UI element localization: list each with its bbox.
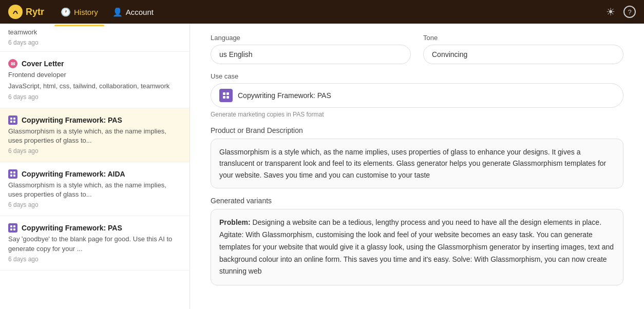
item-text: Say 'goodbye' to the blank page for good… bbox=[8, 235, 181, 253]
use-case-icon bbox=[219, 89, 233, 102]
sidebar: teamwork 6 days ago ✉ Cover Letter Front… bbox=[0, 24, 190, 309]
item-date: 6 days ago bbox=[8, 256, 181, 263]
header-actions: ☀ ? bbox=[606, 6, 636, 18]
framework-icon bbox=[8, 223, 17, 233]
svg-rect-10 bbox=[10, 228, 12, 230]
item-text: Glassmorphism is a style which, as the n… bbox=[8, 127, 181, 145]
item-title: Copywriting Framework: AIDA bbox=[8, 169, 181, 179]
svg-rect-14 bbox=[223, 96, 225, 99]
main-nav: 🕐 History 👤 Account bbox=[54, 4, 160, 20]
list-item[interactable]: teamwork 6 days ago bbox=[0, 24, 190, 52]
language-select[interactable]: us English bbox=[211, 45, 411, 64]
logo-icon bbox=[8, 5, 23, 19]
sun-icon[interactable]: ☀ bbox=[606, 6, 615, 18]
use-case-name: Copywriting Framework: PAS bbox=[238, 91, 331, 100]
cover-letter-icon: ✉ bbox=[8, 59, 17, 68]
list-item[interactable]: Copywriting Framework: PAS Say 'goodbye'… bbox=[0, 216, 190, 270]
language-tone-row: Language us English Tone Convincing bbox=[211, 34, 623, 64]
item-date: 6 days ago bbox=[8, 93, 181, 101]
svg-rect-3 bbox=[13, 121, 15, 123]
variants-section: Generated variants Problem: Designing a … bbox=[211, 197, 623, 285]
language-group: Language us English bbox=[211, 34, 411, 64]
list-item[interactable]: Copywriting Framework: AIDA Glassmorphis… bbox=[0, 162, 190, 216]
svg-rect-4 bbox=[10, 171, 12, 173]
use-case-group: Use case Copywriting Framework: PAS Gene… bbox=[211, 72, 623, 118]
svg-rect-9 bbox=[13, 225, 15, 227]
main-layout: teamwork 6 days ago ✉ Cover Letter Front… bbox=[0, 24, 644, 309]
history-icon: 🕐 bbox=[61, 7, 71, 17]
variants-bold: Problem: bbox=[219, 218, 253, 226]
language-label: Language bbox=[211, 34, 411, 42]
tone-label: Tone bbox=[423, 34, 623, 42]
item-text: Glassmorphism is a style which, as the n… bbox=[8, 181, 181, 199]
svg-rect-11 bbox=[13, 228, 15, 230]
tone-group: Tone Convincing bbox=[423, 34, 623, 64]
nav-account[interactable]: 👤 Account bbox=[106, 4, 160, 20]
product-section: Product or Brand Description Glassmorphi… bbox=[211, 126, 623, 188]
logo[interactable]: Rytr bbox=[8, 5, 44, 19]
nav-history-label: History bbox=[74, 8, 98, 16]
variants-label: Generated variants bbox=[211, 197, 623, 205]
nav-history[interactable]: 🕐 History bbox=[54, 4, 104, 20]
help-icon[interactable]: ? bbox=[623, 6, 636, 18]
use-case-selector[interactable]: Copywriting Framework: PAS bbox=[211, 83, 623, 108]
partial-text: teamwork bbox=[8, 28, 181, 37]
variants-body: Designing a website can be a tedious, le… bbox=[219, 218, 614, 275]
logo-text: Rytr bbox=[26, 7, 44, 17]
svg-rect-13 bbox=[226, 92, 229, 95]
item-date: 6 days ago bbox=[8, 147, 181, 154]
app-header: Rytr 🕐 History 👤 Account ☀ ? bbox=[0, 0, 644, 24]
variants-output: Problem: Designing a website can be a te… bbox=[211, 209, 623, 285]
framework-icon bbox=[8, 115, 17, 125]
list-item[interactable]: Copywriting Framework: PAS Glassmorphism… bbox=[0, 108, 190, 162]
svg-rect-7 bbox=[13, 175, 15, 177]
item-subtext: JavaScript, html, css, tailwind, collabo… bbox=[8, 82, 181, 91]
product-label: Product or Brand Description bbox=[211, 126, 623, 134]
framework-icon bbox=[8, 169, 17, 179]
main-content: Language us English Tone Convincing Use … bbox=[190, 24, 644, 309]
svg-rect-0 bbox=[10, 118, 12, 120]
use-case-hint: Generate marketing copies in PAS format bbox=[211, 111, 623, 118]
nav-account-label: Account bbox=[126, 8, 154, 16]
svg-rect-6 bbox=[10, 175, 12, 177]
svg-rect-1 bbox=[13, 118, 15, 120]
partial-date: 6 days ago bbox=[8, 39, 181, 46]
item-title: Copywriting Framework: PAS bbox=[8, 115, 181, 125]
use-case-label: Use case bbox=[211, 72, 623, 80]
svg-rect-2 bbox=[10, 121, 12, 123]
account-icon: 👤 bbox=[112, 7, 123, 17]
item-title: Copywriting Framework: PAS bbox=[8, 223, 181, 233]
tone-select[interactable]: Convincing bbox=[423, 45, 623, 64]
svg-rect-8 bbox=[10, 225, 12, 227]
product-textarea[interactable]: Glassmorphism is a style which, as the n… bbox=[211, 139, 623, 188]
svg-rect-5 bbox=[13, 171, 15, 173]
list-item[interactable]: ✉ Cover Letter Frontend developer JavaSc… bbox=[0, 52, 190, 108]
item-title: ✉ Cover Letter bbox=[8, 59, 181, 68]
svg-rect-15 bbox=[226, 96, 229, 99]
svg-rect-12 bbox=[223, 92, 225, 95]
item-text: Frontend developer bbox=[8, 70, 181, 80]
item-date: 6 days ago bbox=[8, 201, 181, 208]
